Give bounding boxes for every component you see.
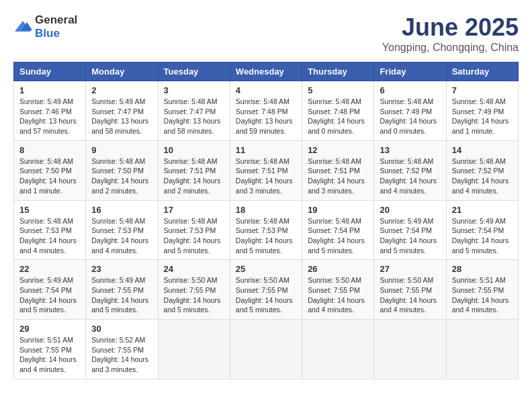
day-number: 5 [308,85,368,95]
day-of-week-header: Sunday [14,62,86,81]
day-number: 14 [452,145,513,155]
day-number: 1 [19,85,80,95]
day-number: 2 [91,85,152,95]
day-of-week-header: Saturday [446,62,518,81]
day-number: 7 [452,85,513,95]
logo-icon [13,19,32,34]
day-of-week-header: Wednesday [230,62,302,81]
day-number: 6 [380,85,440,95]
day-info: Sunrise: 5:48 AMSunset: 7:51 PMDaylight:… [164,156,224,196]
day-number: 11 [236,145,296,155]
day-info: Sunrise: 5:48 AMSunset: 7:52 PMDaylight:… [380,156,440,196]
calendar-cell: 29Sunrise: 5:51 AMSunset: 7:55 PMDayligh… [14,320,86,379]
calendar-week-row: 22Sunrise: 5:49 AMSunset: 7:54 PMDayligh… [14,260,519,320]
calendar-cell: 15Sunrise: 5:48 AMSunset: 7:53 PMDayligh… [14,200,86,260]
day-info: Sunrise: 5:49 AMSunset: 7:55 PMDaylight:… [91,275,152,315]
location-title: Yongping, Chongqing, China [382,42,519,54]
day-info: Sunrise: 5:50 AMSunset: 7:55 PMDaylight:… [164,275,224,315]
day-info: Sunrise: 5:48 AMSunset: 7:47 PMDaylight:… [164,97,224,136]
calendar-cell: 6Sunrise: 5:48 AMSunset: 7:49 PMDaylight… [374,81,446,141]
month-title: June 2025 [382,13,519,42]
day-number: 12 [308,145,368,155]
day-info: Sunrise: 5:48 AMSunset: 7:53 PMDaylight:… [91,216,152,256]
calendar-cell: 14Sunrise: 5:48 AMSunset: 7:52 PMDayligh… [446,140,518,200]
day-info: Sunrise: 5:48 AMSunset: 7:50 PMDaylight:… [19,156,80,196]
day-info: Sunrise: 5:48 AMSunset: 7:49 PMDaylight:… [380,97,440,136]
day-info: Sunrise: 5:48 AMSunset: 7:52 PMDaylight:… [452,156,513,196]
day-info: Sunrise: 5:49 AMSunset: 7:47 PMDaylight:… [91,97,152,136]
calendar-cell: 4Sunrise: 5:48 AMSunset: 7:48 PMDaylight… [230,81,302,141]
day-info: Sunrise: 5:48 AMSunset: 7:48 PMDaylight:… [236,97,296,136]
calendar-table: SundayMondayTuesdayWednesdayThursdayFrid… [13,62,519,379]
day-number: 3 [164,85,224,95]
day-of-week-header: Friday [374,62,446,81]
day-info: Sunrise: 5:50 AMSunset: 7:55 PMDaylight:… [380,275,440,315]
day-info: Sunrise: 5:51 AMSunset: 7:55 PMDaylight:… [19,335,80,375]
day-number: 4 [236,85,296,95]
day-info: Sunrise: 5:48 AMSunset: 7:53 PMDaylight:… [164,216,224,256]
day-info: Sunrise: 5:49 AMSunset: 7:46 PMDaylight:… [19,97,80,136]
calendar-cell: 25Sunrise: 5:50 AMSunset: 7:55 PMDayligh… [230,260,302,320]
calendar-cell: 3Sunrise: 5:48 AMSunset: 7:47 PMDaylight… [158,81,230,141]
day-number: 13 [380,145,440,155]
calendar-cell: 7Sunrise: 5:48 AMSunset: 7:49 PMDaylight… [446,81,518,141]
calendar-cell [446,320,518,379]
calendar-week-row: 15Sunrise: 5:48 AMSunset: 7:53 PMDayligh… [14,200,519,260]
calendar-cell: 17Sunrise: 5:48 AMSunset: 7:53 PMDayligh… [158,200,230,260]
calendar-cell: 23Sunrise: 5:49 AMSunset: 7:55 PMDayligh… [86,260,158,320]
day-number: 28 [452,264,513,274]
day-number: 22 [19,264,80,274]
day-info: Sunrise: 5:49 AMSunset: 7:54 PMDaylight:… [452,216,513,256]
day-of-week-header: Tuesday [158,62,230,81]
calendar-cell: 19Sunrise: 5:48 AMSunset: 7:54 PMDayligh… [302,200,374,260]
day-number: 9 [91,145,152,155]
day-number: 25 [236,264,296,274]
calendar-cell: 8Sunrise: 5:48 AMSunset: 7:50 PMDaylight… [14,140,86,200]
day-number: 20 [380,205,440,215]
calendar-cell: 13Sunrise: 5:48 AMSunset: 7:52 PMDayligh… [374,140,446,200]
day-number: 21 [452,205,513,215]
logo: General Blue [13,13,77,40]
day-info: Sunrise: 5:52 AMSunset: 7:55 PMDaylight:… [91,335,152,375]
day-info: Sunrise: 5:48 AMSunset: 7:49 PMDaylight:… [452,97,513,136]
day-info: Sunrise: 5:51 AMSunset: 7:55 PMDaylight:… [452,275,513,315]
day-number: 27 [380,264,440,274]
day-info: Sunrise: 5:48 AMSunset: 7:54 PMDaylight:… [308,216,368,256]
logo-blue: Blue [35,27,60,40]
day-info: Sunrise: 5:50 AMSunset: 7:55 PMDaylight:… [308,275,368,315]
calendar-cell [374,320,446,379]
calendar-cell: 10Sunrise: 5:48 AMSunset: 7:51 PMDayligh… [158,140,230,200]
calendar-week-row: 1Sunrise: 5:49 AMSunset: 7:46 PMDaylight… [14,81,519,141]
calendar-cell: 1Sunrise: 5:49 AMSunset: 7:46 PMDaylight… [14,81,86,141]
calendar-cell [158,320,230,379]
day-number: 24 [164,264,224,274]
day-number: 16 [91,205,152,215]
calendar-week-row: 29Sunrise: 5:51 AMSunset: 7:55 PMDayligh… [14,320,519,379]
calendar-header-row: SundayMondayTuesdayWednesdayThursdayFrid… [14,62,519,81]
calendar-cell [230,320,302,379]
logo-general: General [35,13,77,26]
day-number: 19 [308,205,368,215]
logo-text: General Blue [35,13,77,40]
day-info: Sunrise: 5:48 AMSunset: 7:48 PMDaylight:… [308,97,368,136]
day-number: 17 [164,205,224,215]
day-info: Sunrise: 5:48 AMSunset: 7:53 PMDaylight:… [19,216,80,256]
day-info: Sunrise: 5:50 AMSunset: 7:55 PMDaylight:… [236,275,296,315]
calendar-cell: 2Sunrise: 5:49 AMSunset: 7:47 PMDaylight… [86,81,158,141]
calendar-cell: 9Sunrise: 5:48 AMSunset: 7:50 PMDaylight… [86,140,158,200]
title-block: June 2025 Yongping, Chongqing, China [382,13,519,54]
calendar-cell: 21Sunrise: 5:49 AMSunset: 7:54 PMDayligh… [446,200,518,260]
day-number: 10 [164,145,224,155]
calendar-cell: 5Sunrise: 5:48 AMSunset: 7:48 PMDaylight… [302,81,374,141]
day-number: 26 [308,264,368,274]
day-of-week-header: Thursday [302,62,374,81]
day-info: Sunrise: 5:48 AMSunset: 7:53 PMDaylight:… [236,216,296,256]
calendar-cell: 30Sunrise: 5:52 AMSunset: 7:55 PMDayligh… [86,320,158,379]
calendar-cell [302,320,374,379]
page-header: General Blue June 2025 Yongping, Chongqi… [13,13,519,54]
calendar-cell: 11Sunrise: 5:48 AMSunset: 7:51 PMDayligh… [230,140,302,200]
calendar-cell: 22Sunrise: 5:49 AMSunset: 7:54 PMDayligh… [14,260,86,320]
calendar-week-row: 8Sunrise: 5:48 AMSunset: 7:50 PMDaylight… [14,140,519,200]
day-number: 30 [91,324,152,334]
calendar-cell: 28Sunrise: 5:51 AMSunset: 7:55 PMDayligh… [446,260,518,320]
